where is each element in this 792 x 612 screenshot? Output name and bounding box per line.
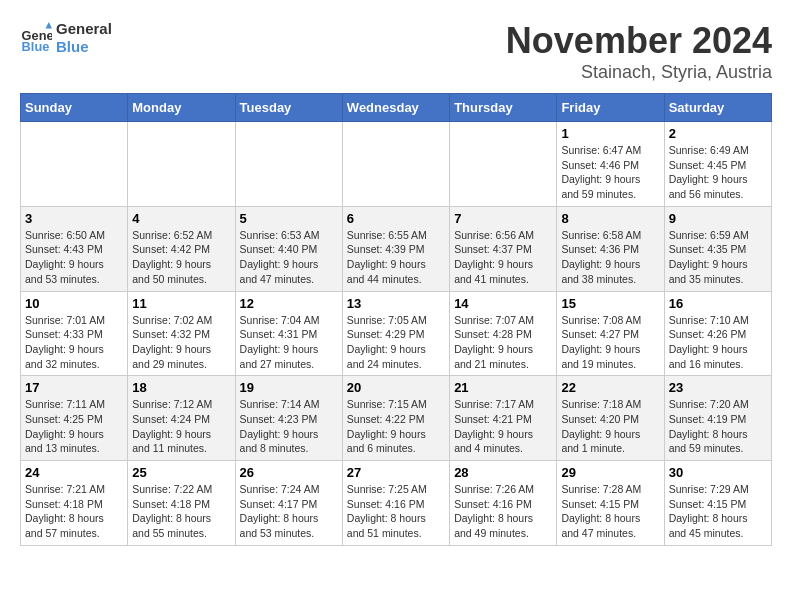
calendar-cell: 19Sunrise: 7:14 AM Sunset: 4:23 PM Dayli… bbox=[235, 376, 342, 461]
day-info: Sunrise: 6:55 AM Sunset: 4:39 PM Dayligh… bbox=[347, 228, 445, 287]
day-number: 18 bbox=[132, 380, 230, 395]
day-number: 30 bbox=[669, 465, 767, 480]
day-number: 3 bbox=[25, 211, 123, 226]
calendar-cell: 9Sunrise: 6:59 AM Sunset: 4:35 PM Daylig… bbox=[664, 206, 771, 291]
day-info: Sunrise: 6:47 AM Sunset: 4:46 PM Dayligh… bbox=[561, 143, 659, 202]
calendar-cell: 12Sunrise: 7:04 AM Sunset: 4:31 PM Dayli… bbox=[235, 291, 342, 376]
calendar-cell: 28Sunrise: 7:26 AM Sunset: 4:16 PM Dayli… bbox=[450, 461, 557, 546]
day-info: Sunrise: 7:28 AM Sunset: 4:15 PM Dayligh… bbox=[561, 482, 659, 541]
logo-line1: General bbox=[56, 20, 112, 38]
calendar-cell: 3Sunrise: 6:50 AM Sunset: 4:43 PM Daylig… bbox=[21, 206, 128, 291]
calendar-cell: 1Sunrise: 6:47 AM Sunset: 4:46 PM Daylig… bbox=[557, 122, 664, 207]
day-number: 12 bbox=[240, 296, 338, 311]
day-info: Sunrise: 7:05 AM Sunset: 4:29 PM Dayligh… bbox=[347, 313, 445, 372]
day-number: 20 bbox=[347, 380, 445, 395]
calendar-cell: 25Sunrise: 7:22 AM Sunset: 4:18 PM Dayli… bbox=[128, 461, 235, 546]
day-number: 17 bbox=[25, 380, 123, 395]
calendar-cell: 29Sunrise: 7:28 AM Sunset: 4:15 PM Dayli… bbox=[557, 461, 664, 546]
calendar-week-4: 17Sunrise: 7:11 AM Sunset: 4:25 PM Dayli… bbox=[21, 376, 772, 461]
day-info: Sunrise: 7:14 AM Sunset: 4:23 PM Dayligh… bbox=[240, 397, 338, 456]
day-info: Sunrise: 7:21 AM Sunset: 4:18 PM Dayligh… bbox=[25, 482, 123, 541]
calendar-cell: 6Sunrise: 6:55 AM Sunset: 4:39 PM Daylig… bbox=[342, 206, 449, 291]
calendar-cell: 30Sunrise: 7:29 AM Sunset: 4:15 PM Dayli… bbox=[664, 461, 771, 546]
page-header: General Blue General Blue November 2024 … bbox=[20, 20, 772, 83]
day-number: 14 bbox=[454, 296, 552, 311]
day-info: Sunrise: 7:24 AM Sunset: 4:17 PM Dayligh… bbox=[240, 482, 338, 541]
day-number: 1 bbox=[561, 126, 659, 141]
day-number: 8 bbox=[561, 211, 659, 226]
calendar-cell: 5Sunrise: 6:53 AM Sunset: 4:40 PM Daylig… bbox=[235, 206, 342, 291]
day-number: 10 bbox=[25, 296, 123, 311]
day-info: Sunrise: 7:12 AM Sunset: 4:24 PM Dayligh… bbox=[132, 397, 230, 456]
day-number: 9 bbox=[669, 211, 767, 226]
calendar-table: SundayMondayTuesdayWednesdayThursdayFrid… bbox=[20, 93, 772, 546]
day-info: Sunrise: 6:59 AM Sunset: 4:35 PM Dayligh… bbox=[669, 228, 767, 287]
location-title: Stainach, Styria, Austria bbox=[506, 62, 772, 83]
day-info: Sunrise: 7:04 AM Sunset: 4:31 PM Dayligh… bbox=[240, 313, 338, 372]
calendar-cell: 17Sunrise: 7:11 AM Sunset: 4:25 PM Dayli… bbox=[21, 376, 128, 461]
day-info: Sunrise: 7:02 AM Sunset: 4:32 PM Dayligh… bbox=[132, 313, 230, 372]
calendar-cell bbox=[128, 122, 235, 207]
calendar-cell: 4Sunrise: 6:52 AM Sunset: 4:42 PM Daylig… bbox=[128, 206, 235, 291]
day-number: 5 bbox=[240, 211, 338, 226]
day-number: 16 bbox=[669, 296, 767, 311]
day-number: 27 bbox=[347, 465, 445, 480]
calendar-cell: 2Sunrise: 6:49 AM Sunset: 4:45 PM Daylig… bbox=[664, 122, 771, 207]
title-area: November 2024 Stainach, Styria, Austria bbox=[506, 20, 772, 83]
header-saturday: Saturday bbox=[664, 94, 771, 122]
day-info: Sunrise: 7:18 AM Sunset: 4:20 PM Dayligh… bbox=[561, 397, 659, 456]
calendar-cell bbox=[342, 122, 449, 207]
day-number: 24 bbox=[25, 465, 123, 480]
day-number: 13 bbox=[347, 296, 445, 311]
day-info: Sunrise: 7:22 AM Sunset: 4:18 PM Dayligh… bbox=[132, 482, 230, 541]
calendar-cell: 15Sunrise: 7:08 AM Sunset: 4:27 PM Dayli… bbox=[557, 291, 664, 376]
day-number: 4 bbox=[132, 211, 230, 226]
calendar-cell bbox=[450, 122, 557, 207]
day-info: Sunrise: 6:58 AM Sunset: 4:36 PM Dayligh… bbox=[561, 228, 659, 287]
day-info: Sunrise: 7:29 AM Sunset: 4:15 PM Dayligh… bbox=[669, 482, 767, 541]
calendar-cell: 24Sunrise: 7:21 AM Sunset: 4:18 PM Dayli… bbox=[21, 461, 128, 546]
day-info: Sunrise: 7:17 AM Sunset: 4:21 PM Dayligh… bbox=[454, 397, 552, 456]
day-info: Sunrise: 6:52 AM Sunset: 4:42 PM Dayligh… bbox=[132, 228, 230, 287]
day-info: Sunrise: 6:49 AM Sunset: 4:45 PM Dayligh… bbox=[669, 143, 767, 202]
day-number: 6 bbox=[347, 211, 445, 226]
day-number: 26 bbox=[240, 465, 338, 480]
logo-icon: General Blue bbox=[20, 22, 52, 54]
day-info: Sunrise: 7:25 AM Sunset: 4:16 PM Dayligh… bbox=[347, 482, 445, 541]
svg-marker-2 bbox=[46, 22, 52, 28]
day-number: 22 bbox=[561, 380, 659, 395]
day-number: 2 bbox=[669, 126, 767, 141]
calendar-cell: 18Sunrise: 7:12 AM Sunset: 4:24 PM Dayli… bbox=[128, 376, 235, 461]
day-number: 21 bbox=[454, 380, 552, 395]
calendar-week-5: 24Sunrise: 7:21 AM Sunset: 4:18 PM Dayli… bbox=[21, 461, 772, 546]
day-number: 11 bbox=[132, 296, 230, 311]
calendar-cell: 14Sunrise: 7:07 AM Sunset: 4:28 PM Dayli… bbox=[450, 291, 557, 376]
logo: General Blue General Blue bbox=[20, 20, 112, 56]
day-number: 28 bbox=[454, 465, 552, 480]
header-wednesday: Wednesday bbox=[342, 94, 449, 122]
day-info: Sunrise: 7:15 AM Sunset: 4:22 PM Dayligh… bbox=[347, 397, 445, 456]
calendar-cell: 22Sunrise: 7:18 AM Sunset: 4:20 PM Dayli… bbox=[557, 376, 664, 461]
calendar-week-2: 3Sunrise: 6:50 AM Sunset: 4:43 PM Daylig… bbox=[21, 206, 772, 291]
calendar-cell: 11Sunrise: 7:02 AM Sunset: 4:32 PM Dayli… bbox=[128, 291, 235, 376]
calendar-cell: 10Sunrise: 7:01 AM Sunset: 4:33 PM Dayli… bbox=[21, 291, 128, 376]
day-number: 23 bbox=[669, 380, 767, 395]
day-info: Sunrise: 7:01 AM Sunset: 4:33 PM Dayligh… bbox=[25, 313, 123, 372]
calendar-week-1: 1Sunrise: 6:47 AM Sunset: 4:46 PM Daylig… bbox=[21, 122, 772, 207]
header-tuesday: Tuesday bbox=[235, 94, 342, 122]
day-info: Sunrise: 7:10 AM Sunset: 4:26 PM Dayligh… bbox=[669, 313, 767, 372]
header-thursday: Thursday bbox=[450, 94, 557, 122]
day-info: Sunrise: 7:20 AM Sunset: 4:19 PM Dayligh… bbox=[669, 397, 767, 456]
day-number: 7 bbox=[454, 211, 552, 226]
day-info: Sunrise: 7:11 AM Sunset: 4:25 PM Dayligh… bbox=[25, 397, 123, 456]
header-sunday: Sunday bbox=[21, 94, 128, 122]
calendar-cell bbox=[235, 122, 342, 207]
calendar-cell: 23Sunrise: 7:20 AM Sunset: 4:19 PM Dayli… bbox=[664, 376, 771, 461]
calendar-week-3: 10Sunrise: 7:01 AM Sunset: 4:33 PM Dayli… bbox=[21, 291, 772, 376]
day-info: Sunrise: 7:08 AM Sunset: 4:27 PM Dayligh… bbox=[561, 313, 659, 372]
day-number: 15 bbox=[561, 296, 659, 311]
day-info: Sunrise: 6:56 AM Sunset: 4:37 PM Dayligh… bbox=[454, 228, 552, 287]
calendar-cell: 16Sunrise: 7:10 AM Sunset: 4:26 PM Dayli… bbox=[664, 291, 771, 376]
calendar-cell: 20Sunrise: 7:15 AM Sunset: 4:22 PM Dayli… bbox=[342, 376, 449, 461]
calendar-cell bbox=[21, 122, 128, 207]
